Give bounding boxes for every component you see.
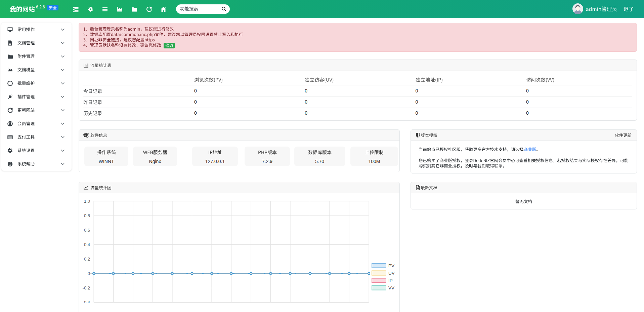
- svg-text:-0.4: -0.4: [83, 300, 90, 303]
- svg-text:0.8: 0.8: [84, 213, 90, 218]
- svg-text:0.6: 0.6: [84, 228, 90, 233]
- svg-text:VV: VV: [388, 285, 394, 290]
- svg-text:1.0: 1.0: [84, 199, 90, 204]
- svg-text:0.4: 0.4: [84, 242, 90, 247]
- svg-text:PV: PV: [388, 263, 394, 268]
- svg-text:UV: UV: [388, 271, 395, 276]
- svg-text:0.2: 0.2: [84, 257, 90, 262]
- svg-text:0: 0: [88, 271, 90, 276]
- svg-text:-0.2: -0.2: [83, 285, 90, 290]
- svg-text:IP: IP: [388, 278, 393, 283]
